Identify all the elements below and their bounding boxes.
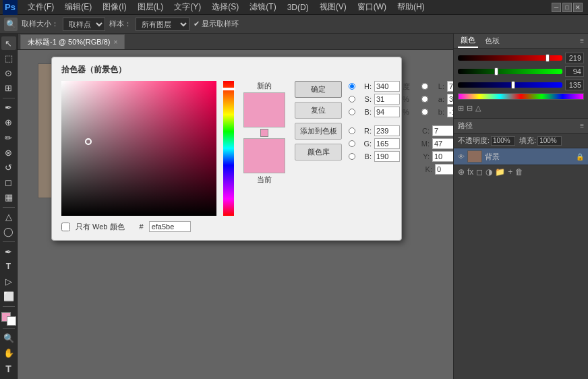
channels-icon[interactable]: ⊟ (467, 104, 473, 113)
gradient-tool[interactable]: ▦ (1, 191, 16, 204)
r-radio[interactable] (349, 127, 355, 134)
opacity-label: 不透明度: (458, 136, 490, 146)
select-tool[interactable]: ⬚ (1, 51, 16, 65)
sample-size-select[interactable]: 取样点 (63, 18, 105, 31)
confirm-button[interactable]: 确定 (295, 81, 342, 98)
color-panel: ⊞ ⊟ △ (454, 49, 588, 118)
r-slider-track[interactable] (458, 55, 562, 61)
fg-bg-colors[interactable] (1, 312, 16, 326)
r-input[interactable] (374, 125, 400, 136)
color-library-button[interactable]: 颜色库 (295, 144, 342, 161)
heal-tool[interactable]: ⊕ (1, 116, 16, 129)
menu-edit[interactable]: 编辑(E) (60, 0, 96, 14)
hue-slider[interactable] (223, 81, 234, 216)
b-radio[interactable] (349, 153, 355, 160)
document-tab[interactable]: 未标题-1 @ 50%(RGB/8) × (20, 34, 125, 49)
blur-tool[interactable]: △ (1, 210, 16, 224)
b-input[interactable] (374, 151, 400, 162)
menu-text[interactable]: 文字(Y) (169, 0, 206, 14)
l-radio[interactable] (421, 83, 428, 90)
menu-file[interactable]: 文件(F) (23, 0, 59, 14)
color-gradient-picker[interactable] (61, 81, 216, 216)
layer-style-icon[interactable]: fx (467, 167, 473, 177)
text-bottom-tool[interactable]: T (1, 361, 16, 376)
layer-mask-icon[interactable]: ◻ (476, 167, 483, 177)
menu-window[interactable]: 窗口(W) (353, 0, 391, 14)
hue-slider-container (223, 81, 234, 216)
g-radio[interactable] (349, 140, 355, 147)
g-slider-track[interactable] (458, 69, 562, 74)
g-input[interactable] (374, 138, 400, 149)
crop-tool[interactable]: ⊞ (1, 82, 16, 95)
hand-tool[interactable]: ✋ (1, 347, 16, 360)
menu-image[interactable]: 图像(I) (98, 0, 131, 14)
history-brush-tool[interactable]: ↺ (1, 161, 16, 174)
eyedropper-tool[interactable]: ✒ (1, 101, 16, 115)
shape-tool[interactable]: ⬜ (1, 290, 16, 303)
hex-input[interactable] (149, 221, 191, 232)
a-radio[interactable] (421, 96, 428, 103)
layer-row-bg[interactable]: 👁 背景 🔒 (454, 148, 588, 165)
path-select-tool[interactable]: ▷ (1, 274, 16, 288)
g-slider-value[interactable] (565, 66, 584, 77)
b-slider-value[interactable] (565, 80, 584, 90)
menu-filter[interactable]: 滤镜(T) (245, 0, 281, 14)
group-layers-icon[interactable]: 📁 (495, 167, 505, 177)
paths-icon[interactable]: △ (475, 104, 481, 113)
r-slider-value[interactable] (565, 53, 584, 63)
adjustment-layer-icon[interactable]: ◑ (486, 167, 492, 177)
l-input[interactable] (447, 81, 453, 92)
link-layers-icon[interactable]: ⊕ (458, 167, 465, 177)
eraser-tool[interactable]: ◻ (1, 175, 16, 189)
color-tab[interactable]: 颜色 (458, 34, 478, 48)
delete-layer-icon[interactable]: 🗑 (515, 167, 523, 177)
a-input[interactable] (447, 94, 453, 105)
panel-menu-icon[interactable]: ≡ (580, 37, 584, 45)
bright-radio[interactable] (349, 109, 355, 115)
y-input[interactable] (432, 151, 453, 162)
dodge-tool[interactable]: ◯ (1, 225, 16, 239)
b3-input[interactable] (447, 107, 453, 117)
lasso-tool[interactable]: ⊙ (1, 66, 16, 80)
sat-input[interactable] (374, 94, 400, 105)
hue-radio[interactable] (349, 83, 355, 90)
k-input[interactable] (435, 164, 453, 175)
background-color[interactable] (7, 316, 16, 326)
new-layer-icon[interactable]: + (508, 167, 512, 177)
close-btn[interactable]: ✕ (573, 3, 583, 12)
m-input[interactable] (432, 138, 453, 149)
b3-radio[interactable] (421, 109, 428, 115)
add-swatch-button[interactable]: 添加到色板 (295, 123, 342, 140)
menu-view[interactable]: 视图(V) (315, 0, 351, 14)
web-warn-icon[interactable] (260, 129, 268, 137)
layers-menu-icon[interactable]: ≡ (580, 122, 584, 129)
sample-select[interactable]: 所有图层 (136, 18, 189, 31)
brush-tool[interactable]: ✏ (1, 131, 16, 144)
menu-3d[interactable]: 3D(D) (283, 1, 314, 13)
minimize-btn[interactable]: ─ (552, 3, 561, 12)
menu-help[interactable]: 帮助(H) (392, 0, 430, 14)
layer-visibility-icon[interactable]: 👁 (458, 153, 465, 161)
clone-tool[interactable]: ⊗ (1, 146, 16, 159)
paths-tab-label[interactable]: 路径 (458, 121, 473, 131)
tab-close-btn[interactable]: × (113, 38, 117, 46)
web-color-checkbox[interactable] (61, 223, 70, 231)
move-tool[interactable]: ↖ (1, 36, 16, 50)
hue-input[interactable] (374, 81, 400, 92)
menu-layer[interactable]: 图层(L) (133, 0, 169, 14)
fill-input[interactable] (537, 136, 562, 146)
reset-button[interactable]: 复位 (295, 102, 342, 119)
swatch-tab[interactable]: 色板 (482, 34, 502, 47)
zoom-tool[interactable]: 🔍 (1, 332, 16, 345)
bright-input[interactable] (374, 107, 400, 117)
menu-select[interactable]: 选择(S) (207, 0, 243, 14)
c-input[interactable] (432, 125, 453, 136)
maximize-btn[interactable]: □ (562, 3, 572, 12)
b-slider-track[interactable] (458, 82, 562, 88)
pen-tool[interactable]: ✒ (1, 245, 16, 258)
opacity-input[interactable] (491, 136, 515, 146)
text-tool[interactable]: T (1, 260, 16, 273)
sat-radio[interactable] (349, 96, 355, 103)
toolbar: ↖ ⬚ ⊙ ⊞ ✒ ⊕ ✏ ⊗ ↺ ◻ ▦ △ ◯ ✒ T ▷ ⬜ 🔍 ✋ T (0, 34, 18, 379)
layers-icon[interactable]: ⊞ (458, 104, 464, 113)
